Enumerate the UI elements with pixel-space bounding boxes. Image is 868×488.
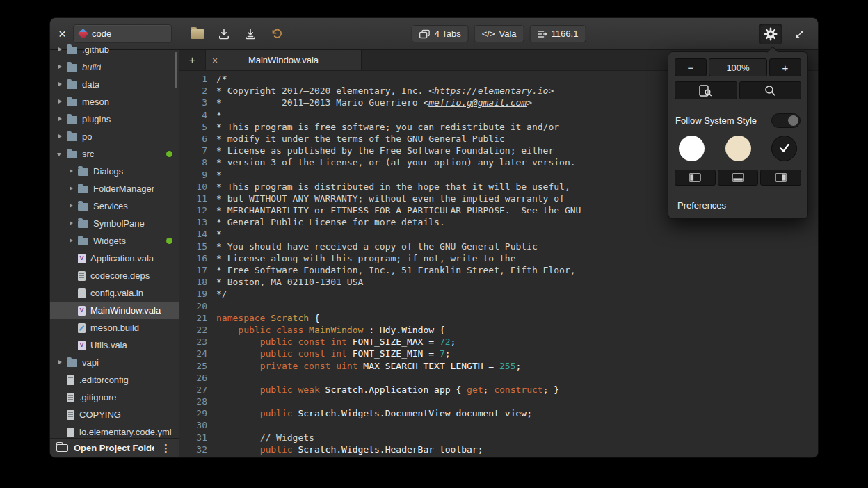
save-as-button[interactable] — [239, 24, 262, 44]
expand-arrow-icon[interactable] — [56, 115, 65, 124]
tree-item-label: po — [82, 131, 92, 142]
code-line[interactable]: 28 — [179, 396, 818, 407]
expand-arrow-icon[interactable] — [67, 236, 76, 245]
line-number: 6 — [179, 133, 207, 145]
code-line[interactable]: 30 — [179, 419, 818, 431]
sidebar-scrollbar[interactable] — [175, 52, 177, 88]
follow-system-style-toggle[interactable] — [771, 113, 801, 128]
goto-line-label: 1166.1 — [552, 29, 579, 39]
code-line[interactable]: 14* — [179, 228, 818, 240]
tree-item-build[interactable]: build — [50, 58, 179, 76]
show-right-panel-button[interactable] — [760, 170, 801, 186]
tree-item-services[interactable]: Services — [50, 197, 179, 215]
expand-arrow-icon[interactable] — [67, 184, 76, 193]
new-tab-button[interactable]: + — [179, 50, 206, 70]
tree-item-foldermanager[interactable]: FolderManager — [50, 180, 179, 197]
code-line[interactable]: 15* You should have received a copy of t… — [179, 241, 818, 252]
window-close-button[interactable]: × — [57, 27, 67, 40]
code-line[interactable]: 33 private Gtk.Revealer search_revealer; — [179, 455, 818, 457]
show-left-panel-button[interactable] — [675, 170, 716, 186]
tree-item-data[interactable]: data — [50, 76, 179, 93]
expand-arrow-icon[interactable] — [56, 80, 65, 89]
save-icon — [218, 29, 230, 40]
collapse-arrow-icon[interactable] — [56, 149, 65, 158]
tree-item-po[interactable]: po — [50, 128, 179, 145]
sepia-style-swatch[interactable] — [725, 136, 751, 161]
code-text — [207, 372, 216, 384]
tree-item-label: .gitignore — [79, 392, 116, 402]
tree-item-meson[interactable]: meson — [50, 93, 179, 111]
bottom-panel-icon — [732, 173, 744, 182]
save-button[interactable] — [213, 24, 235, 44]
zoom-in-button[interactable]: + — [769, 58, 801, 76]
code-line[interactable]: 20 — [179, 300, 818, 312]
tree-item-codecore-deps[interactable]: codecore.deps — [50, 267, 179, 284]
folder-icon — [67, 64, 77, 72]
zoom-out-button[interactable]: − — [675, 58, 707, 76]
fullscreen-button[interactable] — [789, 24, 811, 44]
expand-arrow-icon[interactable] — [56, 97, 65, 106]
tree-item-src[interactable]: src — [50, 145, 179, 163]
tree-item-github[interactable]: .github — [50, 41, 179, 58]
tabs-overview-button[interactable]: 4 Tabs — [412, 25, 469, 42]
expand-arrow-icon[interactable] — [67, 167, 76, 176]
tab-close-button[interactable]: × — [212, 56, 218, 65]
tree-item-mainwindow-vala[interactable]: MainWindow.vala — [50, 302, 179, 319]
expand-arrow-icon[interactable] — [56, 63, 65, 72]
find-in-project-button[interactable] — [675, 81, 737, 99]
open-project-button[interactable]: Open Project Folder… ⋮ — [50, 438, 179, 457]
expand-arrow-icon[interactable] — [67, 219, 76, 228]
expand-arrow-icon[interactable] — [56, 358, 65, 367]
code-line[interactable]: 29 public Scratch.Widgets.DocumentView d… — [179, 407, 818, 419]
language-button[interactable]: </> Vala — [474, 25, 524, 42]
code-line[interactable]: 17* Free Software Foundation, Inc., 51 F… — [179, 264, 818, 276]
tree-item-widgets[interactable]: Widgets — [50, 232, 179, 250]
vala-file-icon — [78, 306, 86, 316]
goto-line-button[interactable]: 1166.1 — [530, 25, 586, 42]
find-button[interactable] — [739, 81, 802, 99]
open-file-button[interactable] — [186, 24, 209, 44]
code-line[interactable]: 25 private const uint MAX_SEARCH_TEXT_LE… — [179, 360, 818, 372]
code-line[interactable]: 22 public class MainWindow : Hdy.Window … — [179, 324, 818, 336]
project-menu-button[interactable]: ⋮ — [159, 442, 172, 455]
tree-item-plugins[interactable]: plugins — [50, 111, 179, 128]
tab-mainwindow-vala[interactable]: MainWindow.vala × — [206, 50, 362, 70]
expand-arrow-icon[interactable] — [56, 45, 65, 54]
preferences-item[interactable]: Preferences — [668, 193, 807, 218]
project-chip[interactable]: code — [73, 24, 172, 43]
code-line[interactable]: 26 — [179, 372, 818, 384]
show-bottom-panel-button[interactable] — [718, 170, 759, 186]
expand-arrow-icon[interactable] — [56, 132, 65, 141]
language-label: Vala — [499, 29, 517, 39]
code-line[interactable]: 31 // Widgets — [179, 432, 818, 444]
tree-item-io-elementary-code-yml[interactable]: io.elementary.code.yml — [50, 423, 179, 438]
line-number: 13 — [179, 216, 207, 228]
light-style-swatch[interactable] — [679, 136, 705, 161]
tree-item-utils-vala[interactable]: Utils.vala — [50, 336, 179, 354]
tree-item-editorconfig[interactable]: .editorconfig — [50, 371, 179, 389]
tree-item-application-vala[interactable]: Application.vala — [50, 250, 179, 267]
code-line[interactable]: 27 public weak Scratch.Application app {… — [179, 384, 818, 396]
code-line[interactable]: 32 public Scratch.Widgets.HeaderBar tool… — [179, 444, 818, 455]
code-line[interactable]: 19*/ — [179, 288, 818, 300]
tree-item-symbolpane[interactable]: SymbolPane — [50, 215, 179, 232]
code-line[interactable]: 23 public const int FONT_SIZE_MAX = 72; — [179, 336, 818, 348]
expand-arrow-icon[interactable] — [67, 202, 76, 211]
code-line[interactable]: 24 public const int FONT_SIZE_MIN = 7; — [179, 348, 818, 359]
zoom-level[interactable]: 100% — [709, 58, 767, 76]
revert-button[interactable] — [266, 24, 288, 44]
code-line[interactable]: 18* Boston, MA 02110-1301 USA — [179, 276, 818, 288]
tree-item-vapi[interactable]: vapi — [50, 354, 179, 371]
code-line[interactable]: 16* License along with this program; if … — [179, 252, 818, 264]
tree-item-config-vala-in[interactable]: config.vala.in — [50, 284, 179, 302]
settings-button[interactable] — [760, 24, 782, 44]
tree-item-dialogs[interactable]: Dialogs — [50, 163, 179, 180]
layout-controls — [675, 170, 801, 186]
tree-item-meson-build[interactable]: meson.build — [50, 319, 179, 336]
tab-title: MainWindow.vala — [206, 55, 361, 65]
tree-item-copying[interactable]: COPYING — [50, 406, 179, 423]
code-line[interactable]: 21namespace Scratch { — [179, 312, 818, 324]
code-text: public Scratch.Widgets.DocumentView docu… — [207, 407, 532, 419]
dark-style-swatch[interactable] — [771, 136, 797, 161]
tree-item-gitignore[interactable]: .gitignore — [50, 389, 179, 406]
